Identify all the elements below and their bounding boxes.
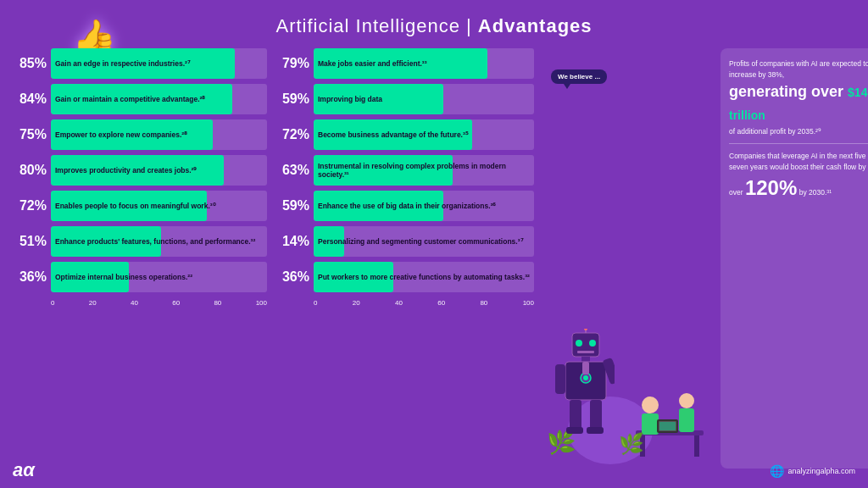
- info-text1: Profits of companies with AI are expecte…: [729, 59, 868, 79]
- plant-right-icon: 🌿: [619, 432, 644, 456]
- chart-percent: 85%: [17, 56, 47, 71]
- info-divider: [729, 143, 868, 144]
- chart-row: 84%Gain or maintain a competitive advant…: [17, 84, 267, 114]
- left-chart-panel: 85%Gain an edge in respective industries…: [8, 44, 271, 473]
- chart-percent: 59%: [280, 198, 309, 214]
- svg-rect-16: [587, 427, 604, 434]
- chart-percent: 14%: [280, 234, 309, 249]
- chart-label: Improving big data: [318, 95, 531, 103]
- chart-bar-container: Put workers to more creative functions b…: [314, 262, 534, 292]
- chart-row: 79%Make jobs easier and efficient.³³: [280, 48, 534, 79]
- chart-bar-container: Personalizing and segmenting customer co…: [314, 226, 534, 257]
- page-container: 👍 Artificial Intelligence | Advantages 8…: [0, 0, 868, 488]
- chart-percent: 79%: [280, 56, 309, 71]
- chart-row: 51%Enhance products' features, functions…: [17, 226, 267, 257]
- x-axis: 020406080100: [314, 297, 534, 307]
- chart-percent: 80%: [17, 163, 47, 178]
- svg-point-9: [583, 375, 588, 380]
- chart-bar-container: Enables people to focus on meaningful wo…: [51, 191, 267, 221]
- chart-row: 14%Personalizing and segmenting customer…: [280, 226, 534, 257]
- svg-rect-19: [694, 435, 699, 457]
- chart-bar-container: Become business advantage of the future.…: [314, 119, 534, 150]
- chart-bar-container: Optimize internal business operations.²²: [51, 262, 267, 292]
- chart-row: 36%Put workers to more creative function…: [280, 262, 534, 292]
- chart-label: Enhance the use of big data in their org…: [318, 202, 531, 210]
- speech-bubble: We believe ...: [551, 69, 607, 84]
- title-bold: Advantages: [478, 15, 593, 36]
- chart-bar-container: Enhance products' features, functions, a…: [51, 226, 267, 257]
- chart-bar-container: Gain an edge in respective industries.²⁷: [51, 48, 267, 79]
- svg-point-5: [584, 329, 587, 330]
- svg-point-20: [642, 396, 659, 413]
- svg-rect-21: [642, 413, 659, 435]
- svg-rect-13: [570, 400, 581, 430]
- svg-rect-10: [582, 362, 589, 374]
- chart-bar-container: Gain or maintain a competitive advantage…: [51, 84, 267, 114]
- chart-row: 63%Instrumental in resolving complex pro…: [280, 155, 534, 186]
- chart-bar-container: Empower to explore new companies.²⁸: [51, 119, 267, 150]
- chart-bar-container: Improves productivity and creates jobs.²…: [51, 155, 267, 186]
- svg-point-2: [589, 340, 596, 347]
- chart-label: Personalizing and segmenting customer co…: [318, 237, 531, 246]
- x-axis: 020406080100: [51, 297, 267, 307]
- chart-bar-container: Make jobs easier and efficient.³³: [314, 48, 534, 79]
- chart-label: Put workers to more creative functions b…: [318, 273, 531, 281]
- chart-label: Instrumental in resolving complex proble…: [318, 162, 531, 179]
- chart-bar-container: Improving big data: [314, 84, 534, 114]
- title-light: Artificial Intelligence |: [275, 15, 477, 36]
- chart-percent: 72%: [17, 198, 47, 214]
- chart-row: 72%Become business advantage of the futu…: [280, 119, 534, 150]
- info-text5: by 2030.³¹: [799, 188, 832, 197]
- header: 👍 Artificial Intelligence | Advantages: [0, 0, 868, 44]
- svg-rect-26: [659, 422, 676, 430]
- svg-rect-3: [577, 351, 594, 353]
- chart-label: Gain an edge in respective industries.²⁷: [55, 59, 264, 68]
- info-pct: 120%: [745, 176, 797, 199]
- chart-row: 80%Improves productivity and creates job…: [17, 155, 267, 186]
- chart-percent: 84%: [17, 92, 47, 107]
- chart-label: Improves productivity and creates jobs.²…: [55, 166, 264, 175]
- svg-rect-14: [590, 400, 602, 430]
- svg-rect-23: [679, 408, 694, 432]
- chart-label: Empower to explore new companies.²⁸: [55, 130, 264, 139]
- info-panel: Profits of companies with AI are expecte…: [721, 48, 868, 469]
- chart-label: Become business advantage of the future.…: [318, 130, 531, 139]
- chart-percent: 36%: [280, 269, 309, 285]
- illustration-area: We believe ... 🌿: [542, 44, 712, 473]
- chart-percent: 75%: [17, 127, 47, 142]
- logo-right-text: analyzingalpha.com: [787, 467, 855, 475]
- chart-bar-container: Enhance the use of big data in their org…: [314, 191, 534, 221]
- info-big1: generating over $14 trillion: [729, 80, 868, 126]
- chart-label: Enables people to focus on meaningful wo…: [55, 202, 264, 210]
- chart-percent: 36%: [17, 269, 47, 285]
- svg-rect-11: [555, 364, 565, 394]
- info-text2: generating over: [729, 83, 843, 100]
- svg-point-22: [679, 393, 694, 408]
- right-chart-panel: 79%Make jobs easier and efficient.³³59%I…: [275, 44, 538, 473]
- chart-percent: 51%: [17, 234, 47, 249]
- chart-label: Optimize internal business operations.²²: [55, 273, 264, 281]
- logo-right: 🌐 analyzingalpha.com: [770, 464, 855, 478]
- chart-percent: 63%: [280, 163, 309, 178]
- chart-label: Enhance products' features, functions, a…: [55, 237, 264, 246]
- chart-label: Gain or maintain a competitive advantage…: [55, 95, 264, 103]
- main-content: 85%Gain an edge in respective industries…: [0, 44, 868, 473]
- chart-row: 72%Enables people to focus on meaningful…: [17, 191, 267, 221]
- chart-row: 75%Empower to explore new companies.²⁸: [17, 119, 267, 150]
- page-title: Artificial Intelligence | Advantages: [275, 15, 592, 36]
- chart-row: 59%Enhance the use of big data in their …: [280, 191, 534, 221]
- chart-percent: 72%: [280, 127, 309, 142]
- chart-row: 36%Optimize internal business operations…: [17, 262, 267, 292]
- svg-rect-15: [566, 427, 583, 434]
- svg-point-1: [576, 340, 582, 347]
- globe-icon: 🌐: [770, 464, 784, 478]
- chart-bar-container: Instrumental in resolving complex proble…: [314, 155, 534, 186]
- chart-percent: 59%: [280, 92, 309, 107]
- chart-row: 85%Gain an edge in respective industries…: [17, 48, 267, 79]
- chart-row: 59%Improving big data: [280, 84, 534, 114]
- info-text3: of additional profit by 2035.²⁹: [729, 127, 821, 136]
- svg-rect-6: [581, 357, 590, 362]
- logo-left: aα: [13, 459, 35, 481]
- robot-figure: [555, 329, 615, 456]
- chart-label: Make jobs easier and efficient.³³: [318, 59, 531, 68]
